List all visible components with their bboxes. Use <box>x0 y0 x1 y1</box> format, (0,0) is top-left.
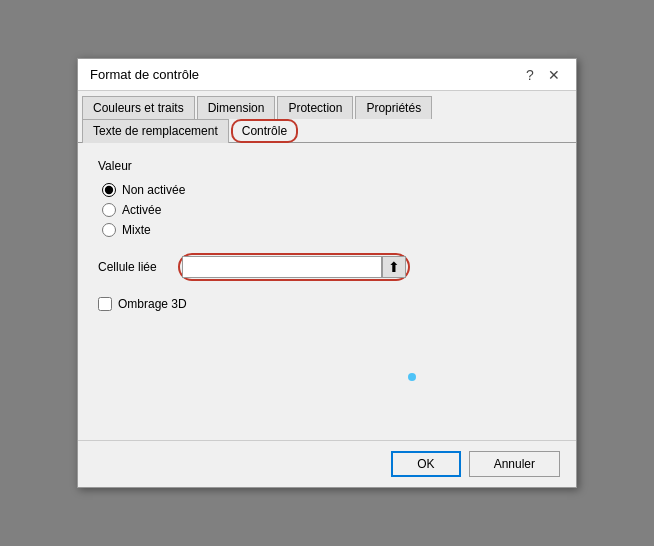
title-bar-controls: ? ✕ <box>520 65 564 85</box>
valeur-group-label: Valeur <box>98 159 556 173</box>
dialog-content: Valeur Non activée Activée Mixte Cellule… <box>78 143 576 440</box>
cellule-liee-input[interactable] <box>182 256 382 278</box>
close-button[interactable]: ✕ <box>544 65 564 85</box>
dialog: Format de contrôle ? ✕ Couleurs et trait… <box>77 58 577 488</box>
tab-texte[interactable]: Texte de remplacement <box>82 119 229 143</box>
radio-activee-label: Activée <box>122 203 161 217</box>
ombrage-3d-row: Ombrage 3D <box>98 297 556 311</box>
tab-controle[interactable]: Contrôle <box>231 119 298 143</box>
radio-mixte-label: Mixte <box>122 223 151 237</box>
cellule-liee-label: Cellule liée <box>98 260 178 274</box>
title-bar: Format de contrôle ? ✕ <box>78 59 576 91</box>
radio-non-activee-label: Non activée <box>122 183 185 197</box>
ok-button[interactable]: OK <box>391 451 460 477</box>
help-button[interactable]: ? <box>520 65 540 85</box>
annuler-button[interactable]: Annuler <box>469 451 560 477</box>
tab-bar: Couleurs et traits Dimension Protection … <box>78 91 576 143</box>
radio-group-valeur: Non activée Activée Mixte <box>98 183 556 237</box>
radio-activee[interactable]: Activée <box>102 203 556 217</box>
radio-mixte-input[interactable] <box>102 223 116 237</box>
cellule-liee-row: Cellule liée ⬆ <box>98 253 556 281</box>
dialog-title: Format de contrôle <box>90 67 199 82</box>
cursor-indicator <box>408 373 416 381</box>
radio-mixte[interactable]: Mixte <box>102 223 556 237</box>
cellule-liee-upload-button[interactable]: ⬆ <box>382 256 406 278</box>
radio-activee-input[interactable] <box>102 203 116 217</box>
tab-dimension[interactable]: Dimension <box>197 96 276 119</box>
ombrage-3d-checkbox[interactable] <box>98 297 112 311</box>
upload-icon: ⬆ <box>388 259 400 275</box>
tab-couleurs[interactable]: Couleurs et traits <box>82 96 195 119</box>
dialog-footer: OK Annuler <box>78 440 576 487</box>
content-empty-area <box>98 321 556 401</box>
cellule-liee-input-wrap: ⬆ <box>178 253 410 281</box>
tab-protection[interactable]: Protection <box>277 96 353 119</box>
tab-proprietes[interactable]: Propriétés <box>355 96 432 119</box>
ombrage-3d-label: Ombrage 3D <box>118 297 187 311</box>
radio-non-activee[interactable]: Non activée <box>102 183 556 197</box>
radio-non-activee-input[interactable] <box>102 183 116 197</box>
